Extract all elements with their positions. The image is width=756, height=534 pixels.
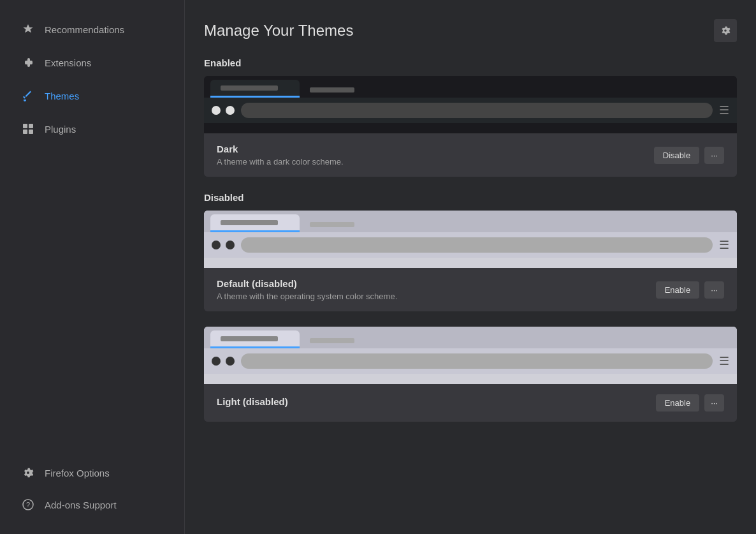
light-theme-info: Light (disabled) Enable ··· [204, 384, 737, 422]
dark-theme-name: Dark [217, 144, 344, 154]
sidebar-item-extensions[interactable]: Extensions [5, 47, 179, 78]
settings-button[interactable] [714, 19, 737, 42]
light-tab-text [221, 336, 278, 341]
sidebar-item-label: Firefox Options [45, 468, 110, 478]
sidebar-item-label: Add-ons Support [45, 500, 117, 510]
dark-nav-circles [212, 106, 235, 115]
sidebar: Recommendations Extensions Themes Plugin… [0, 0, 185, 534]
light-hamburger-icon: ☰ [719, 354, 729, 368]
disabled-section-label: Disabled [204, 192, 737, 203]
default-nav-bar: ☰ [204, 232, 737, 258]
light-tab-bar [204, 327, 737, 348]
light-nav-bar: ☰ [204, 348, 737, 374]
enable-light-button[interactable]: Enable [656, 394, 699, 412]
enable-default-button[interactable]: Enable [656, 281, 699, 299]
dark-tab-text [221, 85, 278, 91]
default-theme-info: Default (disabled) A theme with the oper… [204, 268, 737, 311]
gear-icon [20, 465, 36, 480]
light-url-bar [241, 353, 713, 369]
star-icon [20, 22, 36, 37]
default-theme-preview: ☰ [204, 211, 737, 268]
page-title: Manage Your Themes [204, 22, 353, 40]
main-content: Manage Your Themes Enabled [185, 0, 756, 534]
dark-more-button[interactable]: ··· [704, 147, 724, 164]
sidebar-item-themes[interactable]: Themes [5, 80, 179, 111]
dark-tab-bar [204, 76, 737, 98]
sidebar-item-plugins[interactable]: Plugins [5, 114, 179, 144]
default-tab-text [221, 220, 278, 225]
svg-rect-0 [23, 124, 27, 128]
default-more-button[interactable]: ··· [704, 281, 724, 299]
dark-theme-desc: A theme with a dark color scheme. [217, 157, 344, 167]
default-theme-actions: Enable ··· [656, 281, 724, 299]
sidebar-item-recommendations[interactable]: Recommendations [5, 14, 179, 45]
light-inactive-tab [300, 333, 376, 348]
light-nav-circles [212, 357, 235, 366]
dark-url-bar [241, 103, 713, 118]
sidebar-item-addons-support[interactable]: ? Add-ons Support [5, 489, 179, 520]
light-theme-preview: ☰ [204, 327, 737, 384]
default-nav-circles [212, 241, 235, 249]
light-circle-1 [212, 357, 221, 366]
gear-settings-icon [720, 25, 731, 36]
sidebar-item-label: Plugins [45, 124, 76, 135]
dark-circle-1 [212, 106, 221, 115]
dark-tab-inactive-text [310, 87, 354, 93]
default-hamburger-icon: ☰ [719, 238, 729, 252]
svg-rect-2 [23, 130, 27, 134]
sidebar-item-firefox-options[interactable]: Firefox Options [5, 457, 179, 488]
page-header: Manage Your Themes [204, 19, 737, 42]
dark-theme-actions: Disable ··· [654, 147, 724, 164]
help-icon: ? [20, 497, 36, 512]
theme-card-dark: ☰ Dark A theme with a dark color scheme.… [204, 76, 737, 177]
default-circle-1 [212, 241, 221, 249]
default-active-tab [210, 214, 300, 232]
dark-inactive-tab [300, 82, 376, 98]
default-theme-desc: A theme with the operating system color … [217, 292, 397, 301]
light-circle-2 [226, 357, 235, 366]
sidebar-item-label: Recommendations [45, 24, 124, 35]
svg-text:?: ? [26, 501, 30, 508]
default-theme-name: Default (disabled) [217, 278, 397, 289]
dark-circle-2 [226, 106, 235, 115]
dark-theme-text: Dark A theme with a dark color scheme. [217, 144, 344, 167]
light-theme-actions: Enable ··· [656, 394, 724, 412]
default-inactive-tab-text [310, 222, 354, 227]
dark-active-tab [210, 80, 300, 98]
sidebar-item-label: Themes [45, 91, 79, 101]
brush-icon [20, 88, 36, 103]
theme-card-default: ☰ Default (disabled) A theme with the op… [204, 211, 737, 311]
default-theme-text: Default (disabled) A theme with the oper… [217, 278, 397, 301]
dark-theme-preview: ☰ [204, 76, 737, 133]
default-circle-2 [226, 241, 235, 249]
enabled-section-label: Enabled [204, 57, 737, 68]
svg-rect-3 [29, 130, 33, 134]
sidebar-bottom: Firefox Options ? Add-ons Support [0, 456, 184, 521]
light-theme-text: Light (disabled) [217, 396, 288, 410]
puzzle-icon [20, 55, 36, 70]
light-active-tab [210, 330, 300, 348]
svg-rect-1 [29, 124, 33, 128]
plugin-icon [20, 121, 36, 137]
sidebar-item-label: Extensions [45, 57, 91, 68]
light-more-button[interactable]: ··· [704, 394, 724, 412]
light-theme-name: Light (disabled) [217, 396, 288, 407]
disable-button[interactable]: Disable [654, 147, 699, 164]
default-url-bar [241, 237, 713, 253]
light-inactive-tab-text [310, 338, 354, 343]
dark-hamburger-icon: ☰ [719, 103, 729, 117]
dark-nav-bar: ☰ [204, 98, 737, 123]
default-tab-bar [204, 211, 737, 232]
dark-theme-info: Dark A theme with a dark color scheme. D… [204, 133, 737, 177]
default-inactive-tab [300, 217, 376, 232]
theme-card-light: ☰ Light (disabled) Enable ··· [204, 327, 737, 422]
